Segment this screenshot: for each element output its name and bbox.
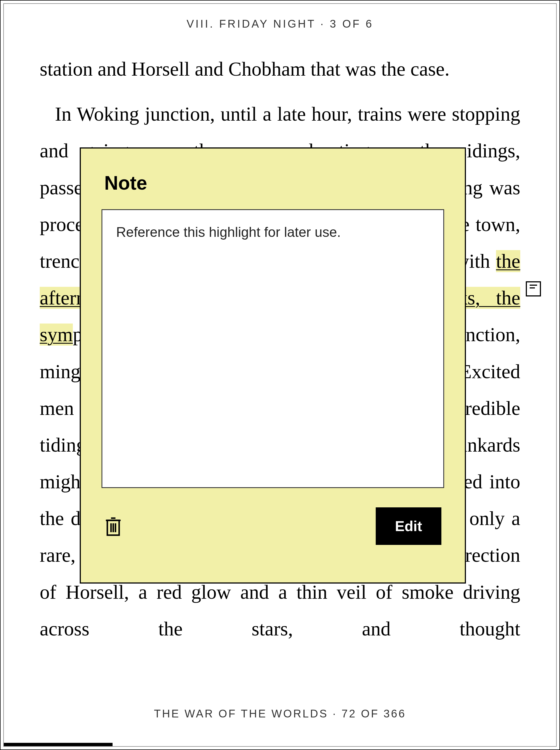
paragraph-1: station and Horsell and Chobham that was…: [40, 51, 520, 87]
chapter-header: VIII. FRIDAY NIGHT · 3 OF 6: [4, 4, 556, 30]
trash-icon: [104, 516, 122, 537]
note-popup: Note Reference this highlight for later …: [80, 147, 466, 584]
note-text-area[interactable]: Reference this highlight for later use.: [102, 209, 444, 488]
note-popup-actions: Edit: [102, 507, 444, 545]
book-page-indicator: 72 OF 366: [341, 708, 406, 719]
page-frame: VIII. FRIDAY NIGHT · 3 OF 6 station and …: [3, 3, 557, 747]
reading-progress-fill: [4, 743, 112, 746]
reading-progress-bar[interactable]: [4, 743, 556, 746]
note-margin-icon[interactable]: [526, 281, 541, 296]
page-footer: THE WAR OF THE WORLDS · 72 OF 366: [4, 708, 556, 720]
note-content: Reference this highlight for later use.: [116, 224, 341, 240]
book-title: THE WAR OF THE WORLDS: [154, 708, 328, 719]
ereader-screen: VIII. FRIDAY NIGHT · 3 OF 6 station and …: [0, 0, 560, 750]
chapter-title: VIII. FRIDAY NIGHT: [186, 18, 316, 30]
chapter-page-indicator: 3 OF 6: [330, 18, 374, 30]
note-icon: [530, 284, 537, 290]
note-popup-title: Note: [104, 172, 444, 194]
delete-note-button[interactable]: [104, 516, 122, 537]
edit-note-button[interactable]: Edit: [376, 507, 441, 545]
